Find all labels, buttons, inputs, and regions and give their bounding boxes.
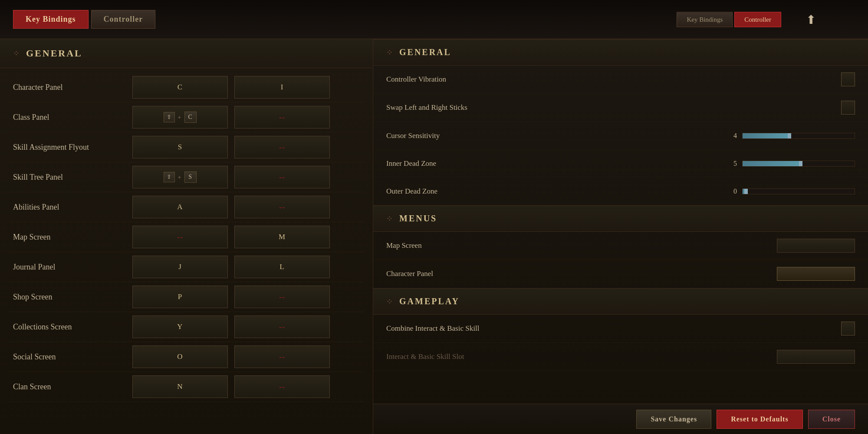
key-box-social-2[interactable]: -- bbox=[234, 345, 330, 368]
setting-row-interact-slot: Interact & Basic Skill Slot bbox=[373, 343, 868, 371]
tab-group-right: Key Bindings Controller bbox=[677, 12, 781, 27]
swap-sticks-checkbox[interactable] bbox=[841, 101, 855, 115]
combine-interact-checkbox[interactable] bbox=[841, 322, 855, 335]
binding-label-abilities: Abilities Panel bbox=[13, 203, 126, 212]
key-box-map-2[interactable]: M bbox=[234, 226, 330, 248]
plus-sign: + bbox=[178, 174, 181, 181]
tab-controller-left[interactable]: Controller bbox=[91, 10, 156, 29]
setting-row-menus-map: Map Screen bbox=[373, 232, 868, 260]
bindings-list: Character Panel C I Class Panel ⇧ + C bbox=[0, 68, 373, 406]
tab-key-bindings-right[interactable]: Key Bindings bbox=[677, 12, 733, 27]
cursor-sensitivity-track[interactable] bbox=[742, 133, 855, 139]
key-dash: -- bbox=[279, 322, 285, 332]
right-panel: ⁘ GENERAL Controller Vibration Swap Left… bbox=[373, 39, 868, 434]
interact-slot-input[interactable] bbox=[777, 350, 855, 364]
key-box-collections-2[interactable]: -- bbox=[234, 316, 330, 338]
cursor-sensitivity-slider-container: 4 bbox=[728, 132, 855, 140]
key-box-skill-flyout-1[interactable]: S bbox=[132, 136, 228, 158]
close-button[interactable]: Close bbox=[808, 410, 855, 429]
key-text: M bbox=[279, 233, 286, 241]
inner-dead-zone-track[interactable] bbox=[742, 161, 855, 167]
top-bar: Key Bindings Controller Key Bindings Con… bbox=[0, 0, 868, 39]
key-box-abilities-1[interactable]: A bbox=[132, 196, 228, 218]
key-badge: S bbox=[184, 171, 197, 183]
setting-row-vibration: Controller Vibration bbox=[373, 66, 868, 94]
outer-dead-zone-track[interactable] bbox=[742, 188, 855, 194]
cursor-sensitivity-thumb bbox=[788, 133, 791, 138]
key-box-skill-flyout-2[interactable]: -- bbox=[234, 136, 330, 158]
menus-character-input[interactable] bbox=[777, 267, 855, 281]
save-changes-button[interactable]: Save Changes bbox=[636, 410, 711, 429]
key-text: Y bbox=[177, 322, 183, 331]
setting-row-outer-dead-zone: Outer Dead Zone 0 bbox=[373, 178, 868, 205]
key-dash: -- bbox=[279, 203, 285, 212]
key-box-clan-1[interactable]: N bbox=[132, 375, 228, 398]
swap-sticks-label: Swap Left and Right Sticks bbox=[386, 103, 841, 112]
binding-label-clan: Clan Screen bbox=[13, 382, 126, 391]
key-box-map-1[interactable]: -- bbox=[132, 226, 228, 248]
key-text: P bbox=[178, 293, 182, 301]
key-box-character-panel-2[interactable]: I bbox=[234, 76, 330, 99]
key-box-social-1[interactable]: O bbox=[132, 345, 228, 368]
menus-map-input[interactable] bbox=[777, 239, 855, 253]
key-box-clan-2[interactable]: -- bbox=[234, 375, 330, 398]
key-text: C bbox=[178, 83, 183, 92]
key-dash: -- bbox=[279, 293, 285, 302]
right-general-title: GENERAL bbox=[399, 47, 451, 57]
tab-controller-right[interactable]: Controller bbox=[734, 12, 781, 27]
right-general-header: ⁘ GENERAL bbox=[373, 39, 868, 66]
binding-row-character-panel: Character Panel C I bbox=[9, 72, 364, 102]
reset-defaults-button[interactable]: Reset to Defaults bbox=[717, 410, 803, 429]
key-dash: -- bbox=[177, 233, 183, 242]
key-text: O bbox=[177, 352, 183, 361]
inner-dead-zone-label: Inner Dead Zone bbox=[386, 159, 728, 168]
key-dash: -- bbox=[279, 143, 285, 152]
section-dots-right-gameplay: ⁘ bbox=[386, 297, 394, 306]
right-menus-header: ⁘ MENUS bbox=[373, 205, 868, 232]
binding-row-clan: Clan Screen N -- bbox=[9, 372, 364, 402]
cursor-sensitivity-value: 4 bbox=[728, 132, 737, 140]
binding-row-map-screen: Map Screen -- M bbox=[9, 222, 364, 252]
key-box-skill-tree-1[interactable]: ⇧ + S bbox=[132, 166, 228, 188]
binding-label-journal: Journal Panel bbox=[13, 263, 126, 272]
key-text: L bbox=[279, 263, 284, 271]
key-box-collections-1[interactable]: Y bbox=[132, 316, 228, 338]
right-gameplay-header: ⁘ GAMEPLAY bbox=[373, 288, 868, 315]
setting-row-swap-sticks: Swap Left and Right Sticks bbox=[373, 94, 868, 122]
key-badge: C bbox=[184, 112, 197, 123]
plus-sign: + bbox=[178, 114, 181, 121]
binding-row-class-panel: Class Panel ⇧ + C -- bbox=[9, 102, 364, 132]
key-box-class-panel-2[interactable]: -- bbox=[234, 106, 330, 128]
key-text: J bbox=[178, 263, 182, 271]
shift-badge: ⇧ bbox=[164, 112, 175, 122]
vibration-label: Controller Vibration bbox=[386, 75, 841, 84]
binding-row-skill-tree: Skill Tree Panel ⇧ + S -- bbox=[9, 162, 364, 192]
key-box-journal-2[interactable]: L bbox=[234, 256, 330, 278]
vibration-checkbox[interactable] bbox=[841, 72, 855, 86]
key-inner: ⇧ + C bbox=[164, 112, 197, 123]
binding-label-skill-flyout: Skill Assignment Flyout bbox=[13, 143, 126, 152]
key-box-abilities-2[interactable]: -- bbox=[234, 196, 330, 218]
key-dash: -- bbox=[279, 352, 285, 362]
key-box-character-panel-1[interactable]: C bbox=[132, 76, 228, 99]
key-box-class-panel-1[interactable]: ⇧ + C bbox=[132, 106, 228, 128]
setting-row-menus-character: Character Panel bbox=[373, 260, 868, 288]
key-dash: -- bbox=[279, 382, 285, 391]
key-box-shop-1[interactable]: P bbox=[132, 286, 228, 308]
key-dash: -- bbox=[279, 173, 285, 182]
general-section-title: GENERAL bbox=[26, 48, 82, 59]
binding-row-skill-flyout: Skill Assignment Flyout S -- bbox=[9, 132, 364, 162]
inner-dead-zone-fill bbox=[743, 161, 801, 166]
outer-dead-zone-thumb bbox=[744, 189, 748, 194]
right-section-gameplay: ⁘ GAMEPLAY Combine Interact & Basic Skil… bbox=[373, 288, 868, 371]
cursor-icon: ⬆ bbox=[806, 12, 816, 26]
key-box-shop-2[interactable]: -- bbox=[234, 286, 330, 308]
key-text: I bbox=[281, 83, 284, 92]
key-box-skill-tree-2[interactable]: -- bbox=[234, 166, 330, 188]
key-box-journal-1[interactable]: J bbox=[132, 256, 228, 278]
tab-key-bindings-left[interactable]: Key Bindings bbox=[13, 10, 89, 29]
outer-dead-zone-label: Outer Dead Zone bbox=[386, 187, 728, 196]
tab-group-left: Key Bindings Controller bbox=[13, 10, 155, 29]
binding-label-social: Social Screen bbox=[13, 352, 126, 362]
setting-row-cursor-sensitivity: Cursor Sensitivity 4 bbox=[373, 122, 868, 150]
